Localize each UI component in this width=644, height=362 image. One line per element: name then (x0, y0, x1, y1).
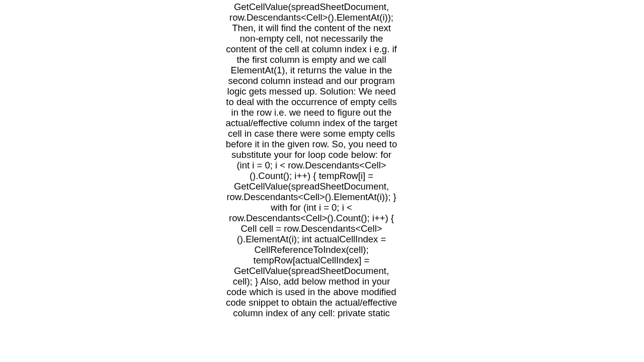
document-content: this: GetCellValue(spreadSheetDocument, … (225, 0, 397, 318)
body-paragraph: this: GetCellValue(spreadSheetDocument, … (225, 0, 397, 318)
